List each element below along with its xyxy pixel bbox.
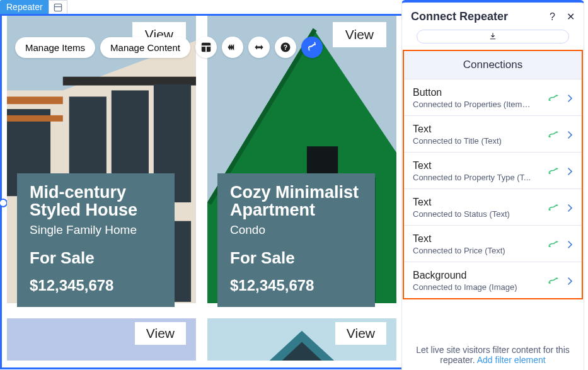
connection-subtitle: Connected to Image (Image) <box>413 282 517 292</box>
card-title: Cozy Minimalist Apartment <box>230 183 362 219</box>
connected-icon <box>548 204 559 212</box>
connections-heading: Connections <box>404 51 582 79</box>
repeater-selection[interactable]: View Mid-century Styled House Single Fam… <box>0 14 403 369</box>
connection-row[interactable]: Text Connected to Property Type (T... <box>404 153 582 189</box>
connected-icon <box>548 94 559 103</box>
chevron-right-icon <box>568 168 573 175</box>
help-icon: ? <box>280 42 291 53</box>
view-button[interactable]: View <box>335 322 386 345</box>
connection-row[interactable]: Text Connected to Title (Text) <box>404 116 582 153</box>
connections-highlight: Connections Button Connected to Properti… <box>403 50 583 299</box>
repeater-item[interactable]: View Mid-century Styled House Single Fam… <box>7 16 196 307</box>
connection-row[interactable]: Text Connected to Status (Text) <box>404 189 582 226</box>
connection-title: Button <box>413 87 533 98</box>
connection-title: Text <box>413 160 531 171</box>
connection-title: Text <box>413 124 502 135</box>
layout-button[interactable] <box>195 37 217 58</box>
svg-rect-14 <box>7 115 63 122</box>
stretch-button[interactable] <box>248 37 270 58</box>
card-status: For Sale <box>230 248 362 268</box>
connected-icon <box>548 167 559 176</box>
chevron-right-icon <box>568 95 573 102</box>
chevron-right-icon <box>568 277 573 285</box>
card-status: For Sale <box>30 248 162 268</box>
stretch-icon <box>253 42 265 53</box>
connection-row[interactable]: Background Connected to Image (Image) <box>404 262 582 298</box>
card-overlay: Mid-century Styled House Single Family H… <box>17 173 175 307</box>
layout-icon <box>54 3 62 12</box>
panel-footer: Let live site visitors filter content fo… <box>402 338 584 370</box>
panel-help-icon[interactable]: ? <box>550 11 555 23</box>
connection-subtitle: Connected to Title (Text) <box>413 136 502 146</box>
connection-subtitle: Connected to Price (Text) <box>413 246 505 255</box>
connection-title: Text <box>413 233 505 245</box>
download-icon <box>489 33 497 40</box>
add-filter-link[interactable]: Add filter element <box>477 355 546 365</box>
element-toolbar: Manage Items Manage Content ? <box>15 37 323 58</box>
connection-subtitle: Connected to Properties (Item) () <box>413 100 533 109</box>
panel-close-icon[interactable]: ✕ <box>567 11 575 23</box>
animation-icon <box>227 42 238 53</box>
editor-stage: Repeater <box>0 0 588 370</box>
svg-text:?: ? <box>284 43 287 51</box>
panel-title: Connect Repeater <box>411 10 508 23</box>
repeater-item[interactable]: View <box>207 318 396 361</box>
selected-element-tab[interactable]: Repeater <box>0 0 49 14</box>
help-button[interactable]: ? <box>275 37 296 58</box>
connection-row[interactable]: Text Connected to Price (Text) <box>404 226 582 262</box>
repeater-item[interactable]: View <box>7 318 196 361</box>
chevron-right-icon <box>568 241 573 248</box>
connected-icon <box>548 277 559 286</box>
card-type: Single Family Home <box>30 223 162 237</box>
panel-header: Connect Repeater ? ✕ <box>402 3 584 30</box>
connected-icon <box>548 130 559 139</box>
connection-subtitle: Connected to Status (Text) <box>413 209 510 219</box>
animation-button[interactable] <box>222 37 243 58</box>
view-button[interactable]: View <box>135 322 186 345</box>
svg-rect-5 <box>63 77 196 86</box>
card-overlay: Cozy Minimalist Apartment Condo For Sale… <box>217 173 375 307</box>
dataset-pill[interactable] <box>417 30 569 43</box>
sibling-tab[interactable] <box>49 0 67 14</box>
repeater-canvas: View Mid-century Styled House Single Fam… <box>2 16 401 367</box>
card-price: $12,345,678 <box>230 277 362 294</box>
manage-content-button[interactable]: Manage Content <box>100 37 190 58</box>
connected-icon <box>548 240 559 249</box>
card-title: Mid-century Styled House <box>30 183 162 219</box>
layout-icon <box>200 42 212 53</box>
svg-rect-0 <box>54 4 61 11</box>
chevron-right-icon <box>568 204 573 212</box>
svg-rect-13 <box>7 96 63 104</box>
view-button[interactable]: View <box>333 22 386 47</box>
card-type: Condo <box>230 223 362 237</box>
connection-title: Background <box>413 270 517 281</box>
card-price: $12,345,678 <box>30 277 162 294</box>
connect-icon <box>306 42 318 53</box>
connection-title: Text <box>413 197 510 208</box>
chevron-right-icon <box>568 131 573 139</box>
connection-subtitle: Connected to Property Type (T... <box>413 173 531 182</box>
connect-repeater-panel: Connect Repeater ? ✕ Connections Button … <box>401 0 584 370</box>
connection-row[interactable]: Button Connected to Properties (Item) () <box>404 79 582 116</box>
manage-items-button[interactable]: Manage Items <box>15 37 95 58</box>
connect-data-button[interactable] <box>301 37 323 58</box>
repeater-item[interactable]: View Cozy Minimalist Apartment Condo For… <box>207 16 396 307</box>
